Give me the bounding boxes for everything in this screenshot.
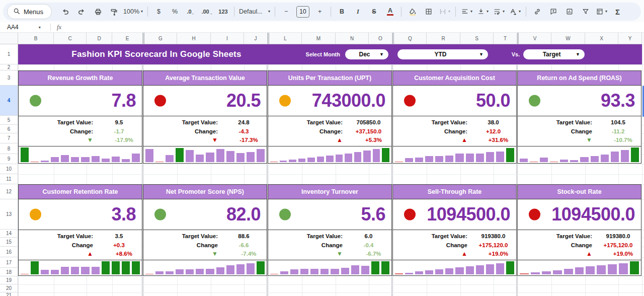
kpi-details[interactable]: Target Value: 104.5 Change -11.2 ▼ -10.7… (518, 116, 641, 146)
kpi-value-cell[interactable]: 82.0 (143, 199, 267, 230)
kpi-details[interactable]: Target Value: 919380.0 Change +175,120.0… (518, 230, 641, 260)
column-header-G[interactable]: G (143, 33, 177, 44)
kpi-card-header[interactable]: Net Promoter Score (NPS) (143, 185, 267, 199)
select-all-corner[interactable] (0, 33, 18, 44)
kpi-card-sell-through-rate[interactable]: Sell-Through Rate 1094500.0 Target Value… (392, 184, 517, 276)
column-header-N[interactable]: N (336, 33, 369, 44)
column-header-R[interactable]: R (427, 33, 460, 44)
column-header-C[interactable]: C (54, 33, 87, 44)
kpi-value-cell[interactable]: 93.3 (518, 86, 641, 116)
format-currency-button[interactable]: $ (151, 5, 167, 18)
decrease-font-size-button[interactable]: − (278, 5, 294, 18)
font-name-button[interactable]: Defaul... ▾ (237, 5, 272, 18)
insert-chart-button[interactable] (561, 5, 577, 18)
merge-cells-button[interactable]: ▾ (437, 5, 452, 18)
kpi-card-header[interactable]: Units Per Transaction (UPT) (268, 71, 391, 86)
column-header-V[interactable]: V (517, 33, 551, 44)
kpi-card-header[interactable]: Sell-Through Rate (393, 185, 516, 199)
vertical-align-button[interactable]: ▾ (475, 5, 491, 18)
kpi-card-header[interactable]: Stock-out Rate (518, 185, 641, 199)
kpi-value-cell[interactable]: 20.5 (143, 86, 267, 116)
column-header-H[interactable]: H (177, 33, 211, 44)
font-size-input[interactable]: 10 (296, 6, 309, 18)
borders-button[interactable] (421, 5, 436, 18)
kpi-value-cell[interactable]: 3.8 (19, 199, 142, 230)
kpi-card-customer-retention-rate[interactable]: Customer Retention Rate 3.8 Target Value… (18, 184, 142, 276)
column-header-E[interactable]: E (112, 33, 143, 44)
kpi-card-return-on-ad-spend-roas[interactable]: Return on Ad Spend (ROAS) 93.3 Target Va… (517, 70, 641, 164)
period-dropdown[interactable]: YTD ▼ (397, 49, 488, 59)
kpi-card-header[interactable]: Customer Retention Rate (19, 185, 142, 199)
kpi-value-cell[interactable]: 5.6 (268, 199, 391, 230)
kpi-details[interactable]: Target Value: 919380.0 Change +175,120.0… (393, 230, 516, 260)
formula-input[interactable] (61, 22, 644, 32)
bold-button[interactable]: B (334, 5, 350, 18)
menus-button[interactable]: Menus (7, 4, 52, 19)
text-wrap-button[interactable]: ▾ (491, 5, 507, 18)
kpi-value-cell[interactable]: 7.8 (19, 86, 142, 116)
print-button[interactable] (90, 5, 105, 18)
fx-icon[interactable]: fx (57, 24, 61, 31)
kpi-value-cell[interactable]: 1094500.0 (393, 199, 516, 230)
kpi-details[interactable]: Target Value: 705850.0 Change: +37,150.0… (268, 116, 391, 146)
kpi-details[interactable]: Target Value: 38.0 Change: +12.0 ▲ +31.6… (393, 116, 516, 146)
column-header-S[interactable]: S (460, 33, 494, 44)
kpi-details[interactable]: Target Value: 3.5 Change +0.3 ▲ +8.6% (19, 230, 142, 260)
decrease-decimals-button[interactable]: .0← (183, 5, 199, 18)
column-header-X[interactable]: X (585, 33, 618, 44)
column-header-T[interactable]: T (494, 33, 517, 44)
kpi-card-header[interactable]: Customer Acquisition Cost (393, 71, 516, 86)
redo-button[interactable] (73, 5, 89, 18)
kpi-card-average-transaction-value[interactable]: Average Transaction Value 20.5 Target Va… (143, 70, 267, 164)
column-header-B[interactable]: B (18, 33, 54, 44)
spark-bar (122, 159, 130, 162)
kpi-value-cell[interactable]: 743000.0 (268, 86, 391, 116)
kpi-details[interactable]: Target Value: 88.6 Change -6.6 ▼ -7.4% (143, 230, 267, 260)
kpi-card-header[interactable]: Revenue Growth Rate (19, 71, 142, 86)
compare-dropdown[interactable]: Target ▼ (523, 49, 585, 59)
kpi-value-cell[interactable]: 1094500.0 (518, 199, 641, 230)
fill-color-button[interactable] (405, 5, 420, 18)
kpi-card-units-per-transaction-upt[interactable]: Units Per Transaction (UPT) 743000.0 Tar… (268, 70, 392, 164)
column-header-O[interactable]: O (369, 33, 392, 44)
name-box[interactable]: AA4 ▾ (0, 24, 50, 31)
kpi-card-header[interactable]: Inventory Turnover (268, 185, 391, 199)
kpi-card-header[interactable]: Average Transaction Value (143, 71, 267, 86)
increase-decimals-button[interactable]: .00→ (199, 5, 215, 18)
create-filter-button[interactable] (578, 5, 593, 18)
kpi-card-stock-out-rate[interactable]: Stock-out Rate 1094500.0 Target Value: 9… (517, 184, 641, 276)
zoom-button[interactable]: 100% ▾ (122, 5, 144, 18)
more-formats-button[interactable]: 123 (215, 5, 231, 18)
increase-font-size-button[interactable]: + (312, 5, 328, 18)
column-header-I[interactable]: I (211, 33, 244, 44)
kpi-details[interactable]: Target Value: 24.8 Change: -4.3 ▼ -17.3% (143, 116, 267, 146)
strikethrough-button[interactable]: S (366, 5, 382, 18)
kpi-card-customer-acquisition-cost[interactable]: Customer Acquisition Cost 50.0 Target Va… (392, 70, 517, 164)
paint-format-button[interactable] (106, 5, 121, 18)
column-header-J[interactable]: J (244, 33, 268, 44)
column-header-M[interactable]: M (302, 33, 336, 44)
kpi-card-header[interactable]: Return on Ad Spend (ROAS) (518, 71, 641, 86)
functions-button[interactable]: Σ (610, 5, 625, 18)
column-header-D[interactable]: D (87, 33, 112, 44)
italic-button[interactable]: I (350, 5, 366, 18)
column-header-Y[interactable]: Y (618, 33, 642, 44)
kpi-card-net-promoter-score-nps[interactable]: Net Promoter Score (NPS) 82.0 Target Val… (143, 184, 267, 276)
insert-comment-button[interactable] (545, 5, 561, 18)
kpi-details[interactable]: Target Value: 6.0 Change -0.4 ▼ -6.7% (268, 230, 391, 260)
kpi-card-inventory-turnover[interactable]: Inventory Turnover 5.6 Target Value: 6.0… (268, 184, 392, 276)
horizontal-align-button[interactable]: ▾ (459, 5, 474, 18)
month-dropdown[interactable]: Dec ▼ (345, 49, 388, 59)
text-rotation-button[interactable]: ▾ (507, 5, 523, 18)
undo-button[interactable] (57, 5, 73, 18)
table-views-button[interactable]: ▾ (594, 5, 609, 18)
kpi-card-revenue-growth-rate[interactable]: Revenue Growth Rate 7.8 Target Value: 9.… (18, 70, 142, 164)
column-header-W[interactable]: W (551, 33, 585, 44)
kpi-value-cell[interactable]: 50.0 (393, 86, 516, 116)
kpi-details[interactable]: Target Value: 9.5 Change: -1.7 ▼ -17.9% (19, 116, 142, 146)
text-color-button[interactable]: A (382, 5, 398, 18)
insert-link-button[interactable] (529, 5, 545, 18)
column-header-L[interactable]: L (268, 33, 302, 44)
format-percent-button[interactable]: % (167, 5, 183, 18)
column-header-Q[interactable]: Q (392, 33, 427, 44)
